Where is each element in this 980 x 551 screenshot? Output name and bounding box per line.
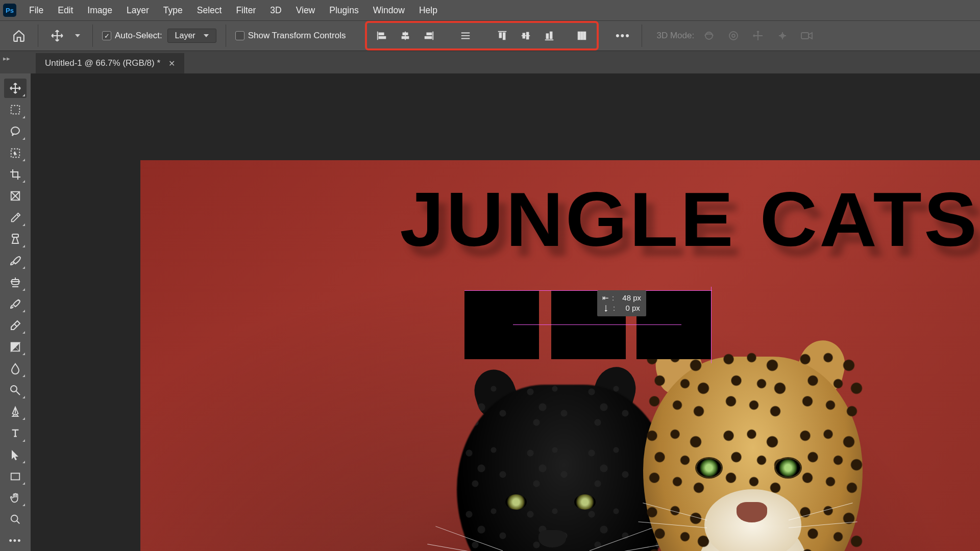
tool-preset-chevron-icon[interactable] xyxy=(72,26,83,45)
marquee-tool[interactable] xyxy=(4,100,27,119)
crop-tool[interactable] xyxy=(4,165,27,184)
gradient-tool[interactable] xyxy=(4,337,27,357)
healing-brush-tool[interactable] xyxy=(4,230,27,249)
align-controls-highlight xyxy=(365,21,599,51)
menu-3d[interactable]: 3D xyxy=(263,3,288,18)
svg-rect-12 xyxy=(578,32,580,40)
3d-slide-icon xyxy=(773,26,792,45)
align-vcenter-button[interactable] xyxy=(516,26,535,45)
svg-rect-1 xyxy=(379,37,386,39)
align-bottom-button[interactable] xyxy=(540,26,559,45)
auto-select-label: Auto-Select: xyxy=(115,31,162,41)
dodge-tool[interactable] xyxy=(4,381,27,400)
svg-rect-27 xyxy=(11,473,20,480)
svg-point-26 xyxy=(11,386,17,392)
object-selection-tool[interactable] xyxy=(4,143,27,163)
menu-edit[interactable]: Edit xyxy=(51,3,80,18)
app-logo-icon: Ps xyxy=(3,4,16,17)
separator xyxy=(642,24,642,47)
show-transform-checkbox[interactable]: Show Transform Controls xyxy=(235,31,346,41)
edit-toolbar-icon[interactable]: ••• xyxy=(4,532,27,551)
lasso-tool[interactable] xyxy=(4,122,27,141)
menu-file[interactable]: File xyxy=(22,3,50,18)
menu-help[interactable]: Help xyxy=(412,3,444,18)
blur-tool[interactable] xyxy=(4,359,27,378)
chevron-down-icon xyxy=(204,34,209,37)
menu-window[interactable]: Window xyxy=(366,3,411,18)
type-tool[interactable] xyxy=(4,423,27,443)
svg-point-28 xyxy=(11,515,18,522)
brush-tool[interactable] xyxy=(4,251,27,270)
svg-rect-20 xyxy=(11,106,20,114)
menu-layer[interactable]: Layer xyxy=(120,3,156,18)
menu-type[interactable]: Type xyxy=(157,3,189,18)
svg-rect-2 xyxy=(403,33,408,35)
path-selection-tool[interactable] xyxy=(4,445,27,465)
svg-point-15 xyxy=(705,32,713,39)
tab-close-icon[interactable]: ✕ xyxy=(168,59,175,68)
document-tab-bar: Untitled-1 @ 66.7% (RGB/8) * ✕ xyxy=(0,51,980,73)
document-tab[interactable]: Untitled-1 @ 66.7% (RGB/8) * ✕ xyxy=(36,53,184,73)
svg-rect-0 xyxy=(379,33,384,35)
3d-pan-icon xyxy=(748,26,768,45)
auto-select-checkbox[interactable]: Auto-Select: xyxy=(102,31,162,41)
home-button[interactable] xyxy=(9,26,29,45)
title-text-layer[interactable]: JUNGLE CATS xyxy=(400,176,979,264)
svg-rect-4 xyxy=(427,33,432,35)
more-options-button[interactable]: ••• xyxy=(613,26,632,45)
svg-rect-7 xyxy=(503,33,505,40)
distribute-h-button[interactable] xyxy=(456,26,475,45)
ellipsis-icon: ••• xyxy=(616,29,630,42)
3d-camera-icon xyxy=(797,26,817,45)
show-transform-label: Show Transform Controls xyxy=(248,31,346,41)
clone-stamp-tool[interactable] xyxy=(4,272,27,292)
history-brush-tool[interactable] xyxy=(4,294,27,314)
pen-tool[interactable] xyxy=(4,402,27,421)
menu-plugins[interactable]: Plugins xyxy=(323,3,365,18)
measurement-tooltip: ⇤: 48 px ⭣: 0 px xyxy=(597,290,646,316)
eraser-tool[interactable] xyxy=(4,316,27,335)
arrow-left-icon: ⇤ xyxy=(602,293,609,303)
svg-rect-23 xyxy=(12,234,18,237)
distribute-v-button[interactable] xyxy=(572,26,592,45)
tools-panel: ••• xyxy=(0,73,31,551)
artboard[interactable]: JUNGLE CATS JUNGLE CATS xyxy=(140,160,980,551)
svg-rect-11 xyxy=(550,32,552,39)
3d-mode-label: 3D Mode: xyxy=(656,31,694,41)
canvas-viewport[interactable]: JUNGLE CATS JUNGLE CATS xyxy=(31,73,980,551)
menu-select[interactable]: Select xyxy=(190,3,229,18)
align-right-button[interactable] xyxy=(419,26,438,45)
checkbox-checked-icon xyxy=(102,31,111,40)
svg-rect-6 xyxy=(500,33,502,38)
svg-point-17 xyxy=(732,34,735,37)
move-tool[interactable] xyxy=(4,79,27,98)
align-top-button[interactable] xyxy=(493,26,512,45)
move-tool-icon[interactable] xyxy=(47,26,67,45)
hand-tool[interactable] xyxy=(4,488,27,508)
eyedropper-tool[interactable] xyxy=(4,208,27,228)
frame-tool[interactable] xyxy=(4,186,27,206)
smart-guide-right xyxy=(711,287,712,363)
auto-select-target-dropdown[interactable]: Layer xyxy=(167,29,216,43)
align-left-button[interactable] xyxy=(372,26,391,45)
svg-rect-19 xyxy=(801,33,808,39)
svg-rect-5 xyxy=(425,37,432,39)
expand-panels-icon[interactable]: ▸▸ xyxy=(3,55,10,62)
menu-filter[interactable]: Filter xyxy=(229,3,262,18)
svg-rect-8 xyxy=(523,33,525,38)
smart-guide-top xyxy=(464,290,712,291)
separator xyxy=(226,24,226,47)
smart-guide-mid xyxy=(513,324,681,325)
measure-x-value: 48 px xyxy=(622,293,641,303)
zoom-tool[interactable] xyxy=(4,510,27,529)
options-bar: Auto-Select: Layer Show Transform Contro… xyxy=(0,20,980,51)
rectangle-tool[interactable] xyxy=(4,467,27,486)
menu-image[interactable]: Image xyxy=(81,3,119,18)
menu-bar: Ps File Edit Image Layer Type Select Fil… xyxy=(0,0,980,20)
menu-view[interactable]: View xyxy=(289,3,322,18)
svg-point-16 xyxy=(729,32,738,40)
separator xyxy=(92,24,93,47)
document-tab-title: Untitled-1 @ 66.7% (RGB/8) * xyxy=(45,58,160,68)
align-hcenter-button[interactable] xyxy=(396,26,415,45)
svg-rect-9 xyxy=(527,33,529,39)
